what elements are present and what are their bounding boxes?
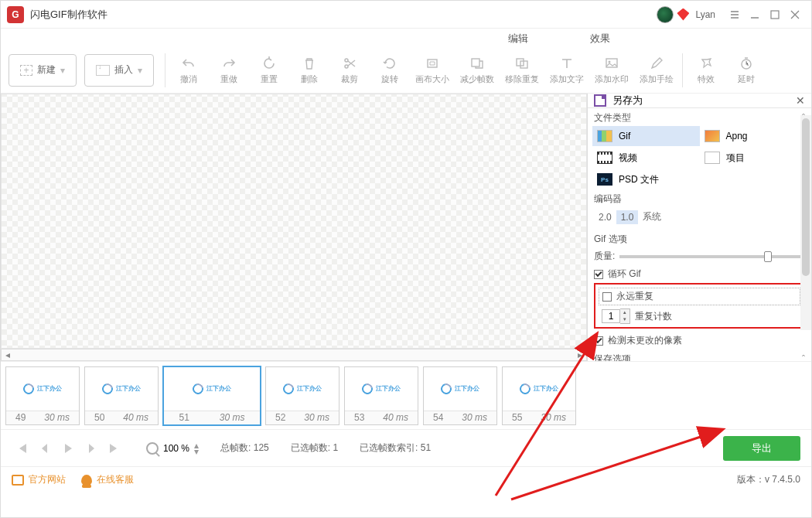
user-avatar[interactable] [657,6,674,23]
移除重复-icon [514,56,530,71]
tool-重做[interactable]: 重做 [209,51,249,90]
swirl-icon [438,381,453,396]
last-button[interactable] [104,438,125,458]
tool-添加手绘[interactable]: 添加手绘 [634,51,679,90]
step-down-icon[interactable]: ▾ [620,316,629,323]
frame-50[interactable]: 江下办公5040 ms [84,366,159,425]
frame-footer: 5130 ms [164,411,260,424]
frame-num: 54 [433,412,443,423]
tool-添加文字[interactable]: 添加文字 [544,51,589,90]
tool-减少帧数[interactable]: 减少帧数 [455,51,500,90]
tab-effect[interactable]: 效果 [590,32,610,47]
frame-52[interactable]: 江下办公5230 ms [265,366,339,425]
tool-撤消[interactable]: 撤消 [169,51,209,90]
forever-row[interactable]: 永远重复 [599,288,800,305]
tool-旋转[interactable]: 旋转 [370,51,410,90]
h-scrollbar[interactable]: ◂ ▸ [1,349,587,361]
app-title: 闪电GIF制作软件 [30,8,107,22]
type-psd[interactable]: PsPSD 文件 [592,169,700,189]
type-project[interactable]: 项目 [700,148,807,168]
type-gif[interactable]: Gif [592,126,700,146]
frame-51[interactable]: 江下办公5130 ms [163,366,261,425]
tool-移除重复[interactable]: 移除重复 [500,51,544,90]
loop-checkbox[interactable] [594,270,603,279]
panel-title: 另存为 [612,94,643,107]
play-button[interactable] [58,438,78,458]
frame-ms: 30 ms [304,412,329,423]
menu-button[interactable] [725,5,745,25]
prev-button[interactable] [35,438,55,458]
encoder-20[interactable]: 2.0 [594,210,616,224]
collapse-icon[interactable]: ˆ [802,354,805,362]
frame-thumb: 江下办公 [266,367,339,411]
frame-54[interactable]: 江下办公5430 ms [423,366,497,425]
quality-row: 质量: [588,247,811,265]
encoder-10[interactable]: 1.0 [616,210,639,224]
tool-label: 特效 [698,73,715,85]
playbar: 100 % ▴ ▾ 总帧数: 125 已选帧数: 1 已选帧数索引: 51 导出 [1,429,811,466]
canvas-wrap: ◂ ▸ [1,94,587,361]
tool-删除[interactable]: 删除 [289,51,329,90]
画布大小-icon [425,56,440,71]
frame-num: 53 [354,412,364,423]
next-button[interactable] [81,438,101,458]
frame-footer: 5530 ms [503,411,575,424]
svg-rect-7 [606,59,617,67]
repeat-stepper[interactable]: ▴▾ [602,308,630,324]
tool-label: 旋转 [381,73,398,85]
loop-row[interactable]: 循环 Gif [588,265,811,283]
detect-row[interactable]: 检测未更改的像素 [588,332,811,349]
frame-53[interactable]: 江下办公5340 ms [344,366,418,425]
tool-label: 添加文字 [550,73,584,85]
repeat-input[interactable] [602,309,620,323]
minimize-button[interactable] [745,5,765,25]
frame-55[interactable]: 江下办公5530 ms [502,366,576,425]
insert-button[interactable]: ↓ 插入 ▾ [84,54,154,87]
encoder-sys[interactable]: 系统 [638,209,666,225]
zoom-icon[interactable] [146,442,159,455]
tool-延时[interactable]: 延时 [726,51,766,90]
close-button[interactable] [785,5,805,25]
frame-footer: 5040 ms [85,411,158,424]
type-apng[interactable]: Apng [700,126,807,146]
filetype-grid: Gif Apng 视频 项目 PsPSD 文件 [588,126,811,189]
vip-icon[interactable] [677,9,689,21]
tool-特效[interactable]: 特效 [686,51,726,90]
zoom-value: 100 % [163,443,189,454]
zoom-down-icon[interactable]: ▾ [194,448,199,455]
panel-scrollbar[interactable] [800,115,811,330]
new-button[interactable]: + 新建 ▾ [9,54,77,87]
step-up-icon[interactable]: ▴ [620,309,629,316]
frame-49[interactable]: 江下办公4930 ms [5,366,80,425]
cs-link[interactable]: 在线客服 [81,473,134,486]
quality-slider[interactable] [619,255,805,258]
tab-edit[interactable]: 编辑 [508,32,528,47]
frame-ms: 40 ms [123,412,148,423]
panel-header: 另存为 ✕ [588,94,811,108]
type-video[interactable]: 视频 [592,148,700,168]
panel-close-button[interactable]: ✕ [796,94,805,107]
toolbar: + 新建 ▾ ↓ 插入 ▾ 撤消重做重置删除裁剪旋转画布大小减少帧数移除重复添加… [1,47,811,94]
maximize-button[interactable] [765,5,785,25]
username: Lyan [695,9,715,20]
apng-icon [705,130,720,142]
tool-添加水印[interactable]: 添加水印 [589,51,634,90]
export-button[interactable]: 导出 [723,436,800,461]
first-button[interactable] [12,438,32,458]
scroll-right-icon[interactable]: ▸ [574,349,586,360]
tool-裁剪[interactable]: 裁剪 [329,51,370,90]
frames-strip: 江下办公4930 ms江下办公5040 ms江下办公5130 ms江下办公523… [1,361,811,429]
detect-checkbox[interactable] [594,336,603,346]
tool-画布大小[interactable]: 画布大小 [410,51,455,90]
site-link[interactable]: 官方网站 [12,473,66,486]
loop-label: 循环 Gif [608,268,641,281]
gif-icon [597,130,612,142]
scroll-left-icon[interactable]: ◂ [2,349,14,360]
slider-thumb[interactable] [764,251,772,262]
forever-checkbox[interactable] [602,292,612,302]
stat-selected: 已选帧数: 1 [291,441,338,455]
canvas[interactable] [1,94,587,349]
repeat-label: 重复计数 [635,310,672,323]
tool-重置[interactable]: 重置 [249,51,289,90]
延时-icon [739,56,754,71]
